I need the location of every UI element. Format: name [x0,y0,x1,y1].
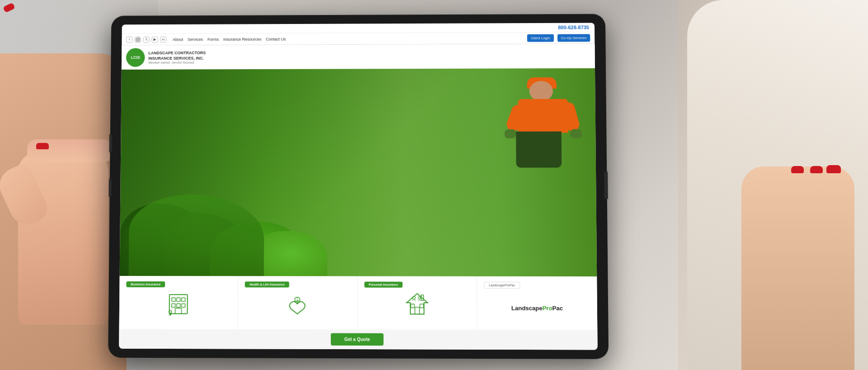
background-scene: 800-628-8735 f 𝕏 ▶ in [0,0,868,370]
svg-rect-9 [182,304,185,307]
tablet-device: 800-628-8735 f 𝕏 ▶ in [108,14,609,359]
tablet-volume-down[interactable] [108,179,111,197]
navigation-bar: f 𝕏 ▶ in About Services Form [122,32,594,45]
right-nail-2 [810,166,823,173]
business-insurance-badge: Business Insurance [126,281,165,287]
house-icon [405,291,429,317]
right-nail-3 [791,166,804,173]
svg-marker-16 [406,294,427,314]
logo-acronym: LCIS [131,55,140,60]
coop-services-button[interactable]: Co-Op Services [557,34,590,42]
health-insurance-badge: Health & Life Insurance [245,281,289,287]
building-icon [166,291,191,316]
gardener-head [529,81,553,101]
svg-rect-18 [410,304,414,308]
nav-forms[interactable]: Forms [208,37,219,42]
gardener-shirt [518,99,568,133]
youtube-icon[interactable]: ▶ [151,36,158,43]
service-cards-section: Business Insurance [119,276,598,330]
gardener-figure [505,77,578,168]
nav-contact[interactable]: Contact Us [266,37,286,41]
svg-rect-8 [177,304,180,307]
personal-insurance-card[interactable]: Personal Insurance [358,276,477,330]
landscape-propac-logo: LandscapeProPac [524,292,550,324]
hero-section [120,68,597,276]
svg-rect-19 [420,304,423,308]
svg-point-1 [137,38,139,40]
svg-rect-17 [415,307,419,314]
client-login-button[interactable]: Client Login [527,34,553,42]
nav-insurance-resources[interactable]: Insurance Resources [223,37,261,41]
logo-text-group: LANDSCAPE CONTRACTORS INSURANCE SERVICES… [148,51,206,64]
svg-rect-7 [172,304,175,307]
phone-number[interactable]: 800-628-8735 [558,25,589,30]
tablet-home-button[interactable] [604,172,608,199]
logo-tagline: Member owned. Service focused. [148,61,206,64]
facebook-icon[interactable]: f [126,36,132,43]
svg-point-2 [139,38,139,38]
svg-point-22 [418,297,420,299]
gardener-glove-right [571,129,582,138]
svg-rect-6 [182,298,185,301]
quote-section: Get a Quote [119,329,598,350]
twitter-icon[interactable]: 𝕏 [143,36,150,43]
website: 800-628-8735 f 𝕏 ▶ in [119,23,598,350]
instagram-icon[interactable] [135,36,141,43]
nav-links-group: About Services Forms Insurance Resources… [173,36,524,42]
nav-services[interactable]: Services [188,37,203,42]
landscape-propac-badge: LandscapeProPac [484,282,520,289]
nav-about[interactable]: About [173,37,183,42]
business-insurance-card[interactable]: Business Insurance [119,276,238,329]
get-quote-button[interactable]: Get a Quote [330,333,383,346]
right-arm [678,0,868,370]
logo-circle: LCIS [126,48,145,67]
health-life-insurance-card[interactable]: Health & Life Insurance [238,276,357,329]
health-icon [285,291,310,316]
svg-rect-10 [175,308,182,313]
personal-insurance-badge: Personal Insurance [364,282,403,288]
logo-bar: LCIS LANDSCAPE CONTRACTORS INSURANCE SER… [122,44,595,70]
logo-company-line1: LANDSCAPE CONTRACTORS [148,51,206,56]
right-nail-1 [826,165,841,173]
logo-company-line2: INSURANCE SERVICES, INC. [148,56,206,61]
gardener-pants [516,132,561,168]
tablet-screen: 800-628-8735 f 𝕏 ▶ in [119,23,598,350]
left-finger-nail [36,143,49,149]
left-thumb-nail [3,3,15,13]
svg-rect-4 [172,298,175,301]
linkedin-icon[interactable]: in [160,36,166,43]
svg-rect-5 [177,298,180,301]
tablet-volume-up[interactable] [109,134,112,152]
gardener-glove-left [505,129,516,138]
social-icons-group: f 𝕏 ▶ in [126,36,166,43]
landscape-propac-card[interactable]: LandscapeProPac LandscapeProPac [477,276,597,330]
